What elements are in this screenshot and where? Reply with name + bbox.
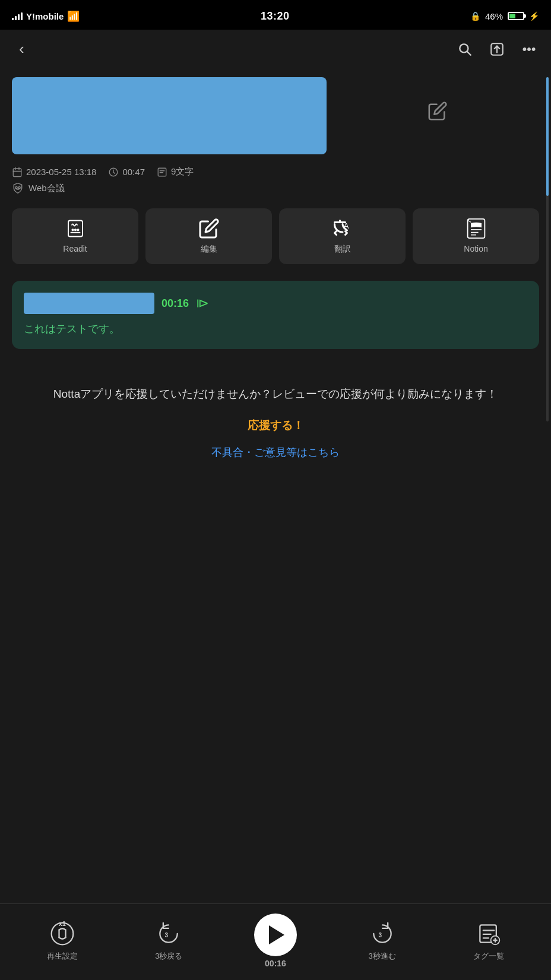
svg-point-19 — [74, 229, 75, 230]
status-time: 13:20 — [261, 10, 290, 23]
category-row: Web会議 — [12, 182, 539, 194]
support-link[interactable]: 応援する！ — [30, 418, 521, 433]
notion-button[interactable]: Notion — [413, 208, 539, 264]
meta-duration: 00:47 — [108, 166, 145, 177]
text-icon — [157, 166, 167, 177]
forward-icon: 3 — [369, 920, 396, 947]
battery-icon — [508, 12, 524, 20]
playback-settings-button[interactable]: x1 再生設定 — [12, 920, 113, 962]
svg-point-18 — [72, 229, 73, 230]
svg-point-4 — [524, 48, 525, 50]
rewind-button[interactable]: 3 3秒戻る — [119, 920, 220, 962]
svg-rect-7 — [13, 169, 21, 177]
play-button-wrap: 00:16 — [225, 914, 326, 968]
forward-label: 3秒進む — [368, 951, 395, 962]
nav-right — [457, 40, 537, 56]
date-value: 2023-05-25 13:18 — [26, 167, 96, 177]
rewind-seconds-label: 3 — [165, 932, 169, 938]
svg-text:A: A — [343, 221, 349, 230]
meta-date: 2023-05-25 13:18 — [12, 166, 96, 177]
status-left: Y!mobile 📶 — [12, 10, 80, 23]
speed-icon-wrap: x1 — [49, 920, 76, 947]
nav-bar: ‹ — [0, 30, 551, 68]
category-label: Web会議 — [28, 183, 65, 194]
charging-icon: ⚡ — [529, 11, 539, 21]
notion-label: Notion — [464, 244, 487, 253]
player-controls: x1 再生設定 3 3秒戻る 00:16 — [12, 914, 539, 968]
transcript-text: これはテストです。 — [24, 321, 527, 337]
transcript-header: 00:16 ⧐ — [24, 293, 527, 314]
back-button[interactable]: ‹ — [14, 37, 29, 61]
edit-label: 編集 — [201, 244, 217, 255]
review-body: Nottaアプリを応援していただけませんか？レビューでの応援が何より励みになりま… — [30, 385, 521, 404]
recording-thumbnail — [12, 77, 327, 154]
battery-pct: 46% — [485, 11, 503, 21]
readit-button[interactable]: Readit — [12, 208, 138, 264]
forward-button[interactable]: 3 3秒進む — [332, 920, 433, 962]
pencil-icon — [428, 101, 448, 121]
carrier-label: Y!mobile — [26, 11, 64, 21]
play-button[interactable] — [254, 914, 297, 956]
playback-label: 再生設定 — [47, 951, 78, 962]
svg-line-1 — [467, 51, 471, 55]
translate-label: 翻訳 — [334, 244, 351, 255]
transcript-timestamp: 00:16 — [162, 297, 189, 310]
scrollbar[interactable] — [546, 77, 549, 421]
waveform-bar — [24, 293, 154, 314]
search-button[interactable] — [457, 40, 473, 56]
notion-icon — [466, 218, 487, 239]
review-section: Nottaアプリを応援していただけませんか？レビューでの応援が何より励みになりま… — [12, 373, 539, 495]
signal-icon — [12, 12, 23, 20]
meta-row: 2023-05-25 13:18 00:47 9文字 — [12, 166, 539, 177]
svg-point-6 — [533, 48, 534, 50]
lock-icon: 🔒 — [470, 11, 480, 21]
status-right: 🔒 46% ⚡ — [470, 11, 539, 21]
feedback-link[interactable]: 不具合・ご意見等はこちら — [211, 446, 340, 458]
playback-time: 00:16 — [265, 959, 286, 968]
tags-icon — [475, 920, 502, 947]
tags-label: タグ一覧 — [473, 951, 504, 962]
chars-value: 9文字 — [171, 166, 194, 177]
calendar-icon — [12, 166, 23, 177]
share-button[interactable] — [489, 40, 505, 56]
edit-button[interactable]: 編集 — [145, 208, 272, 264]
scrollbar-thumb[interactable] — [546, 77, 549, 196]
more-button[interactable] — [521, 40, 537, 56]
play-icon — [269, 925, 284, 944]
player-bar: x1 再生設定 3 3秒戻る 00:16 — [0, 903, 551, 980]
action-buttons: Readit 編集 A 翻訳 — [12, 208, 539, 264]
thumbnail-row — [12, 77, 539, 154]
translate-icon: A — [332, 218, 353, 239]
category-icon — [12, 182, 24, 194]
clock-icon — [108, 166, 119, 177]
readit-label: Readit — [63, 244, 87, 253]
forward-seconds-label: 3 — [378, 932, 382, 938]
edit-btn-icon — [198, 218, 220, 239]
svg-rect-17 — [68, 221, 83, 237]
readit-icon — [65, 218, 86, 239]
translate-button[interactable]: A 翻訳 — [279, 208, 406, 264]
rewind-label: 3秒戻る — [155, 951, 182, 962]
status-bar: Y!mobile 📶 13:20 🔒 46% ⚡ — [0, 0, 551, 30]
svg-point-5 — [528, 48, 530, 50]
svg-rect-12 — [158, 168, 166, 176]
audio-wave-icon: ⧐ — [196, 296, 209, 311]
tags-button[interactable]: タグ一覧 — [438, 920, 539, 962]
transcript-card: 00:16 ⧐ これはテストです。 — [12, 281, 539, 349]
edit-icon-area[interactable] — [336, 77, 539, 121]
meta-chars: 9文字 — [157, 166, 194, 177]
wifi-icon: 📶 — [67, 10, 80, 23]
duration-value: 00:47 — [122, 167, 145, 177]
rewind-icon: 3 — [155, 920, 182, 947]
speed-badge: x1 — [59, 920, 66, 927]
svg-point-20 — [77, 229, 78, 230]
content-area: 2023-05-25 13:18 00:47 9文字 — [0, 68, 551, 505]
